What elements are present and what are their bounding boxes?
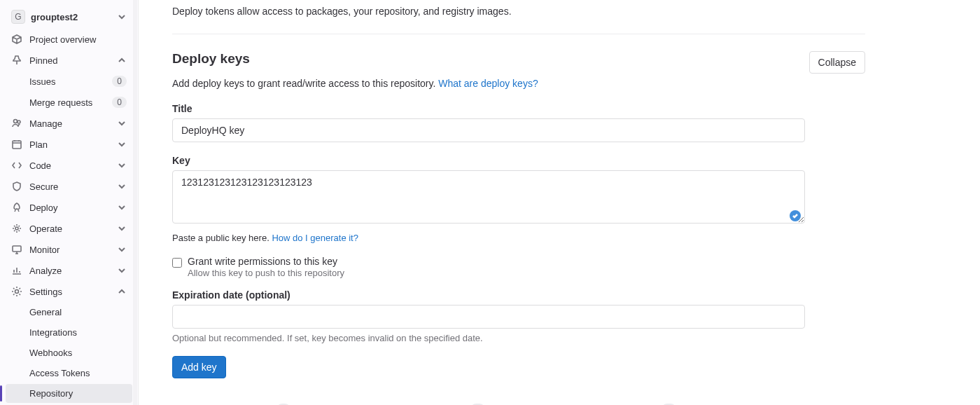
- title-input[interactable]: [172, 118, 805, 142]
- chevron-down-icon: [117, 245, 127, 254]
- write-permissions-label: Grant write permissions to this key: [188, 256, 344, 267]
- section-description: Add deploy keys to grant read/write acce…: [172, 78, 865, 89]
- tab-publicly-accessible[interactable]: Publicly accessible deploy keys 0: [506, 395, 678, 405]
- chevron-down-icon: [117, 160, 127, 170]
- write-permissions-checkbox[interactable]: [172, 258, 182, 268]
- shield-icon: [11, 181, 22, 192]
- check-icon: [790, 210, 801, 221]
- pin-icon: [11, 55, 22, 66]
- sidebar-item-label: Analyze: [29, 266, 110, 276]
- key-field-group: Key Paste a public key here. How do I ge…: [172, 155, 805, 243]
- sidebar-item-analyze[interactable]: Analyze: [6, 261, 132, 280]
- sidebar-item-label: Integrations: [29, 327, 127, 338]
- sidebar-item-operate[interactable]: Operate: [6, 219, 132, 238]
- svg-point-0: [14, 120, 18, 123]
- sidebar-item-issues[interactable]: Issues 0: [6, 71, 132, 91]
- sidebar-item-label: Settings: [29, 287, 110, 297]
- sidebar-item-label: Merge requests: [29, 97, 105, 108]
- project-switcher[interactable]: G grouptest2: [6, 6, 132, 28]
- sidebar-item-monitor[interactable]: Monitor: [6, 240, 132, 259]
- chevron-down-icon: [117, 118, 127, 128]
- count-badge: 0: [112, 97, 127, 108]
- write-permissions-sublabel: Allow this key to push to this repositor…: [188, 268, 344, 278]
- people-icon: [11, 118, 22, 129]
- sidebar-scrollbar[interactable]: [133, 0, 137, 405]
- chevron-up-icon: [117, 55, 127, 65]
- chevron-down-icon: [117, 266, 127, 275]
- chevron-down-icon: [117, 139, 127, 149]
- section-title: Deploy keys: [172, 51, 250, 67]
- main-content: Deploy tokens allow access to packages, …: [139, 0, 980, 405]
- sidebar-item-label: Code: [29, 160, 110, 171]
- sidebar-item-label: Issues: [29, 76, 105, 87]
- code-icon: [11, 160, 22, 171]
- sidebar-item-label: Secure: [29, 181, 110, 192]
- sidebar-item-label: Operate: [29, 224, 110, 234]
- key-textarea[interactable]: [172, 170, 805, 224]
- svg-point-5: [15, 290, 19, 294]
- paste-hint: Paste a public key here. How do I genera…: [172, 233, 805, 243]
- sidebar-item-settings[interactable]: Settings: [6, 282, 132, 301]
- chevron-down-icon: [117, 181, 127, 191]
- chevron-down-icon: [117, 224, 127, 233]
- expiration-field-group: Expiration date (optional) Optional but …: [172, 289, 805, 343]
- add-key-button[interactable]: Add key: [172, 356, 226, 378]
- chevron-up-icon: [117, 287, 127, 296]
- tab-enabled-deploy-keys[interactable]: Enabled deploy keys 2: [172, 395, 292, 405]
- sidebar-item-access-tokens[interactable]: Access Tokens: [6, 364, 132, 383]
- chevron-down-icon: [117, 12, 127, 22]
- sidebar-item-webhooks[interactable]: Webhooks: [6, 343, 132, 362]
- sidebar-item-label: Monitor: [29, 245, 110, 255]
- sidebar-item-label: General: [29, 307, 127, 317]
- collapse-button[interactable]: Collapse: [809, 51, 865, 74]
- sidebar-item-code[interactable]: Code: [6, 156, 132, 175]
- sidebar-item-label: Manage: [29, 118, 110, 129]
- deploy-keys-tabs: Enabled deploy keys 2 Privately accessib…: [172, 395, 805, 405]
- title-label: Title: [172, 103, 805, 114]
- sidebar-item-integrations[interactable]: Integrations: [6, 323, 132, 342]
- expiration-label: Expiration date (optional): [172, 289, 805, 301]
- sidebar-item-label: Access Tokens: [29, 368, 127, 378]
- sidebar-item-deploy[interactable]: Deploy: [6, 198, 132, 217]
- sidebar-item-label: Project overview: [29, 34, 127, 45]
- chart-icon: [11, 265, 22, 276]
- chevron-down-icon: [117, 202, 127, 212]
- sidebar-item-secure[interactable]: Secure: [6, 177, 132, 196]
- divider: [172, 34, 865, 34]
- sidebar-item-manage[interactable]: Manage: [6, 114, 132, 133]
- cube-icon: [11, 34, 22, 45]
- sidebar-item-pinned[interactable]: Pinned: [6, 50, 132, 70]
- how-do-i-generate-link[interactable]: How do I generate it?: [272, 233, 358, 243]
- write-permissions-group: Grant write permissions to this key Allo…: [172, 256, 865, 278]
- tab-privately-accessible[interactable]: Privately accessible deploy keys 1: [312, 395, 486, 405]
- monitor-icon: [11, 244, 22, 255]
- gear-icon: [11, 223, 22, 234]
- sidebar-item-general[interactable]: General: [6, 303, 132, 322]
- sidebar-item-merge-requests[interactable]: Merge requests 0: [6, 92, 132, 112]
- key-label: Key: [172, 155, 805, 166]
- rocket-icon: [11, 202, 22, 213]
- svg-rect-4: [13, 246, 21, 252]
- project-avatar: G: [11, 10, 25, 24]
- title-field-group: Title: [172, 103, 805, 142]
- svg-point-1: [18, 121, 20, 123]
- sidebar-item-label: Webhooks: [29, 348, 127, 358]
- paste-hint-text: Paste a public key here.: [172, 233, 270, 243]
- desc-text: Add deploy keys to grant read/write acce…: [172, 78, 435, 89]
- sidebar: G grouptest2 Project overview Pinned Iss…: [0, 0, 139, 405]
- sidebar-item-plan[interactable]: Plan: [6, 135, 132, 154]
- deploy-tokens-notice: Deploy tokens allow access to packages, …: [172, 0, 865, 28]
- sidebar-item-label: Pinned: [29, 55, 110, 66]
- expiration-input[interactable]: [172, 305, 805, 329]
- svg-point-3: [15, 227, 18, 230]
- settings-icon: [11, 286, 22, 297]
- sidebar-item-label: Plan: [29, 139, 110, 150]
- sidebar-item-repository[interactable]: Repository: [6, 384, 132, 403]
- sidebar-item-project-overview[interactable]: Project overview: [6, 29, 132, 49]
- what-are-deploy-keys-link[interactable]: What are deploy keys?: [438, 78, 538, 89]
- count-badge: 0: [112, 76, 127, 87]
- project-name: grouptest2: [31, 12, 111, 22]
- sidebar-item-label: Repository: [29, 388, 127, 399]
- sidebar-item-label: Deploy: [29, 202, 110, 213]
- calendar-icon: [11, 139, 22, 150]
